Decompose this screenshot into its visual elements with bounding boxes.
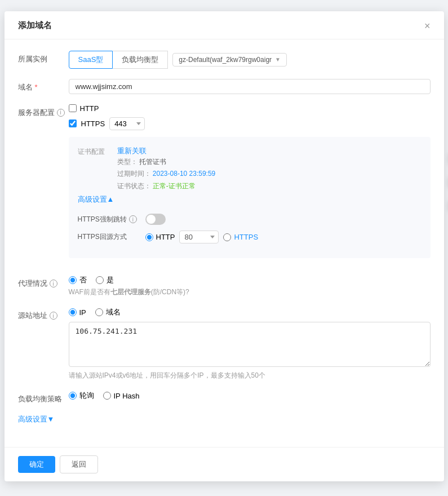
origin-http-radio[interactable] <box>145 233 153 241</box>
domain-input[interactable] <box>69 79 431 94</box>
origin-content: IP 域名 106.75.241.231 请输入源站IPv4或v6地址，用回车分… <box>69 307 431 380</box>
cert-reassociate-link[interactable]: 重新关联 <box>117 147 147 155</box>
origin-domain-item[interactable]: 域名 <box>95 307 121 317</box>
proxy-yes-radio[interactable] <box>96 276 104 284</box>
lb-iphash-radio[interactable] <box>103 392 111 400</box>
cert-content: 重新关联 类型： 托管证书 过期时间： 2023-08-10 23:59:59 <box>117 146 422 193</box>
tab-loadbalance[interactable]: 负载均衡型 <box>113 51 168 69</box>
origin-label: 源站地址 i <box>18 307 69 321</box>
https-redirect-row: HTTPS强制跳转 i <box>78 214 422 225</box>
https-origin-row: HTTPS回源方式 HTTP 80 8080 <box>78 231 422 243</box>
origin-info-icon[interactable]: i <box>50 312 57 320</box>
proxy-hint: WAF前是否有七层代理服务(防/CDN等)? <box>69 287 431 297</box>
domain-row: 域名 * <box>18 79 431 94</box>
lb-iphash-label: IP Hash <box>114 392 140 400</box>
http-checkbox-row: HTTP <box>69 104 431 113</box>
https-redirect-toggle[interactable] <box>145 214 166 225</box>
modal: 添加域名 × 所属实例 SaaS型 负载均衡型 gz-Default(waf_2… <box>5 11 444 481</box>
server-config-info-icon[interactable]: i <box>57 109 65 117</box>
instance-label: 所属实例 <box>18 51 69 64</box>
server-config-content: HTTP HTTPS 443 8443 证书配置 <box>69 104 431 265</box>
advanced-toggle-up[interactable]: 高级设置▲ <box>78 194 114 205</box>
proxy-no-item[interactable]: 否 <box>69 275 87 285</box>
instance-select[interactable]: gz-Default(waf_2kw79rgw0aigr ▼ <box>172 53 287 67</box>
advanced-bottom-toggle[interactable]: 高级设置▼ <box>18 414 55 424</box>
cert-expire-row: 过期时间： 2023-08-10 23:59:59 <box>117 168 422 180</box>
origin-textarea[interactable]: 106.75.241.231 <box>69 322 431 367</box>
cert-expire-value: 2023-08-10 23:59:59 <box>153 170 215 178</box>
domain-label: 域名 * <box>18 79 69 92</box>
modal-body: 所属实例 SaaS型 负载均衡型 gz-Default(waf_2kw79rgw… <box>5 39 444 447</box>
confirm-button[interactable]: 确定 <box>18 456 55 473</box>
proxy-yes-label: 是 <box>107 275 114 285</box>
origin-type-group: IP 域名 <box>69 307 431 317</box>
origin-domain-radio[interactable] <box>95 308 103 316</box>
origin-http-radio-item[interactable]: HTTP <box>145 233 175 241</box>
https-row: HTTPS 443 8443 <box>69 117 431 130</box>
origin-ip-radio[interactable] <box>69 308 77 316</box>
lb-round-item[interactable]: 轮询 <box>69 391 94 401</box>
cert-status-label: 证书状态： <box>117 182 151 190</box>
https-origin-label: HTTPS回源方式 <box>78 232 145 242</box>
cert-info: 类型： 托管证书 过期时间： 2023-08-10 23:59:59 证书状态： <box>117 156 422 193</box>
http-origin-options: HTTP 80 8080 HTTPS <box>145 231 259 243</box>
origin-https-label: HTTPS <box>234 233 258 241</box>
cert-status-row: 证书状态： 正常-证书正常 <box>117 180 422 193</box>
origin-hint: 请输入源站IPv4或v6地址，用回车分隔多个IP，最多支持输入50个 <box>69 371 431 380</box>
https-port-select[interactable]: 443 8443 <box>109 117 145 130</box>
lb-iphash-item[interactable]: IP Hash <box>103 392 140 400</box>
toggle-slider <box>145 214 166 225</box>
modal-footer: 确定 返回 <box>5 447 444 481</box>
advanced-section: HTTPS强制跳转 i HTTPS回源方式 <box>78 214 422 243</box>
cert-config-label: 证书配置 <box>78 146 117 157</box>
modal-title: 添加域名 <box>18 20 52 31</box>
lb-round-radio[interactable] <box>69 392 77 400</box>
instance-content: SaaS型 负载均衡型 gz-Default(waf_2kw79rgw0aigr… <box>69 51 431 69</box>
modal-overlay: 添加域名 × 所属实例 SaaS型 负载均衡型 gz-Default(waf_2… <box>5 11 444 496</box>
lb-radio-group: 轮询 IP Hash <box>69 391 431 401</box>
proxy-no-label: 否 <box>79 275 87 285</box>
proxy-no-radio[interactable] <box>69 276 77 284</box>
proxy-label: 代理情况 i <box>18 275 69 289</box>
http-checkbox[interactable] <box>69 104 77 112</box>
instance-tabs: SaaS型 负载均衡型 gz-Default(waf_2kw79rgw0aigr… <box>69 51 431 69</box>
cert-expire-label: 过期时间： <box>117 170 151 178</box>
proxy-info-icon[interactable]: i <box>50 280 57 287</box>
origin-ip-label: IP <box>79 308 86 317</box>
origin-https-radio-item[interactable]: HTTPS <box>223 233 258 241</box>
cert-type-value: 托管证书 <box>139 158 166 166</box>
proxy-radio-group: 否 是 <box>69 275 431 285</box>
lb-label: 负载均衡策略 <box>18 391 69 404</box>
lb-content: 轮询 IP Hash <box>69 391 431 401</box>
close-button[interactable]: × <box>424 21 431 31</box>
https-redirect-label: HTTPS强制跳转 i <box>78 215 145 224</box>
https-redirect-info-icon[interactable]: i <box>129 215 137 223</box>
lb-round-label: 轮询 <box>79 391 94 401</box>
lb-row: 负载均衡策略 轮询 IP Hash <box>18 391 431 404</box>
required-star: * <box>35 83 38 91</box>
cancel-button[interactable]: 返回 <box>60 455 98 473</box>
cert-row: 证书配置 重新关联 类型： 托管证书 过期时间： <box>78 146 422 193</box>
tab-saas[interactable]: SaaS型 <box>69 51 113 69</box>
cert-type-label: 类型： <box>117 158 137 166</box>
origin-http-label: HTTP <box>156 233 175 241</box>
proxy-content: 否 是 WAF前是否有七层代理服务(防/CDN等)? <box>69 275 431 297</box>
origin-domain-label: 域名 <box>106 307 121 317</box>
instance-row: 所属实例 SaaS型 负载均衡型 gz-Default(waf_2kw79rgw… <box>18 51 431 69</box>
origin-row: 源站地址 i IP 域名 106.75.241.231 <box>18 307 431 380</box>
cert-type-row: 类型： 托管证书 <box>117 156 422 169</box>
cert-status-value: 正常-证书正常 <box>153 182 196 190</box>
https-checkbox[interactable] <box>69 119 77 127</box>
proxy-yes-item[interactable]: 是 <box>96 275 114 285</box>
instance-select-value: gz-Default(waf_2kw79rgw0aigr <box>179 56 272 64</box>
domain-content <box>69 79 431 94</box>
origin-ip-item[interactable]: IP <box>69 308 86 317</box>
advanced-bottom-toggle-row: 高级设置▼ <box>18 414 431 430</box>
cert-section: 证书配置 重新关联 类型： 托管证书 过期时间： <box>69 137 431 259</box>
proxy-hint-bold: 七层代理服务 <box>110 288 151 296</box>
modal-header: 添加域名 × <box>5 11 444 39</box>
server-config-row: 服务器配置 i HTTP HTTPS 443 844 <box>18 104 431 265</box>
origin-port-select[interactable]: 80 8080 <box>179 231 219 243</box>
proxy-row: 代理情况 i 否 是 WAF前是否 <box>18 275 431 297</box>
origin-https-radio[interactable] <box>223 233 231 241</box>
